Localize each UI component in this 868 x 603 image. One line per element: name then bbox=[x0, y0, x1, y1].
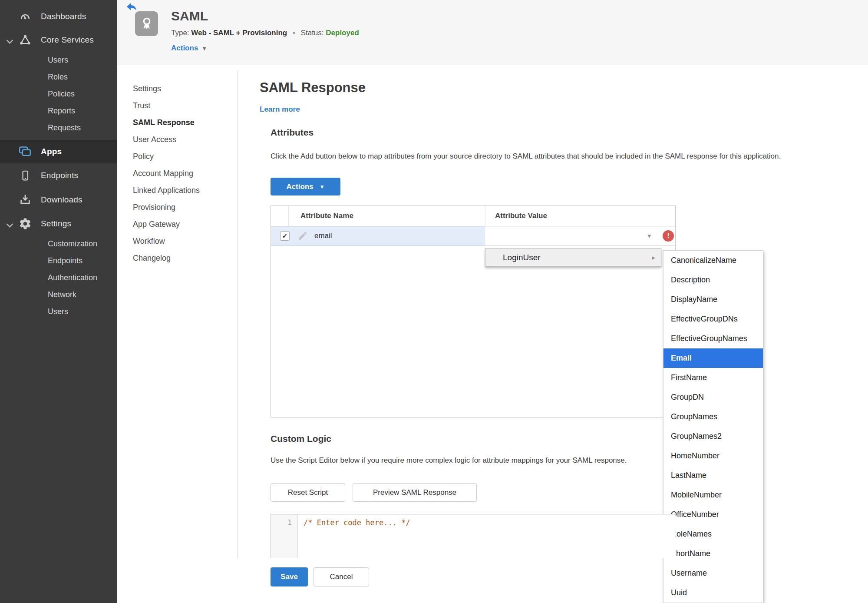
app-root: Dashboards Core Services Users Roles Pol… bbox=[0, 0, 868, 603]
menu-item-firstname[interactable]: FirstName bbox=[663, 368, 763, 388]
preview-saml-response-button[interactable]: Preview SAML Response bbox=[353, 483, 477, 502]
menu-item-effectivegroupdns[interactable]: EffectiveGroupDNs bbox=[663, 309, 763, 329]
sidebar-item-label: Apps bbox=[41, 147, 62, 156]
chevron-down-icon[interactable] bbox=[7, 38, 13, 42]
sidebar-item-users[interactable]: Users bbox=[0, 52, 117, 69]
code-comment: /* Enter code here... */ bbox=[304, 518, 410, 527]
menu-item-rolenames[interactable]: RoleNames bbox=[663, 524, 763, 544]
attribute-value-dropdown[interactable]: ▾ ! bbox=[485, 226, 675, 245]
sidebar-item-settings-endpoints[interactable]: Endpoints bbox=[0, 252, 117, 269]
attribute-name-value: email bbox=[314, 232, 332, 240]
cancel-button[interactable]: Cancel bbox=[314, 567, 369, 586]
sidebar-item-settings-users[interactable]: Users bbox=[0, 303, 117, 320]
sidebar-item-downloads[interactable]: Downloads bbox=[0, 188, 117, 212]
sidebar-item-label: Core Services bbox=[41, 35, 94, 45]
saml-app-badge-icon bbox=[135, 11, 158, 36]
core-services-icon bbox=[18, 33, 32, 47]
preview-saml-response-label: Preview SAML Response bbox=[373, 488, 456, 497]
menu-item-groupnames2[interactable]: GroupNames2 bbox=[663, 427, 763, 446]
select-column-header bbox=[271, 206, 288, 226]
reset-script-button[interactable]: Reset Script bbox=[271, 483, 345, 502]
tab-saml-response[interactable]: SAML Response bbox=[133, 114, 228, 131]
save-button[interactable]: Save bbox=[271, 567, 308, 586]
type-value: Web - SAML + Provisioning bbox=[191, 29, 287, 37]
menu-item-effectivegroupnames[interactable]: EffectiveGroupNames bbox=[663, 329, 763, 348]
dropdown-caret-icon[interactable]: ▾ bbox=[647, 232, 651, 240]
menu-item-canonicalizename[interactable]: CanonicalizeName bbox=[663, 251, 763, 270]
tab-user-access[interactable]: User Access bbox=[133, 131, 228, 148]
app-title: SAML bbox=[171, 9, 208, 23]
editor-code-area[interactable]: /* Enter code here... */ bbox=[298, 514, 676, 558]
sidebar-item-customization[interactable]: Customization bbox=[0, 235, 117, 252]
line-number: 1 bbox=[287, 518, 292, 527]
sidebar-item-apps[interactable]: Apps bbox=[0, 140, 117, 163]
menu-item-description[interactable]: Description bbox=[663, 270, 763, 290]
caret-down-icon: ▼ bbox=[320, 184, 325, 190]
download-icon bbox=[18, 193, 32, 207]
sidebar-item-endpoints[interactable]: Endpoints bbox=[0, 163, 117, 188]
menu-item-email[interactable]: Email bbox=[663, 348, 763, 368]
learn-more-link[interactable]: Learn more bbox=[260, 105, 300, 114]
app-subnav: Settings Trust SAML Response User Access… bbox=[133, 80, 228, 267]
header-actions-menu[interactable]: Actions▼ bbox=[171, 44, 207, 53]
caret-down-icon: ▼ bbox=[201, 45, 207, 52]
sidebar-item-dashboards[interactable]: Dashboards bbox=[0, 5, 117, 28]
attributes-actions-button[interactable]: Actions▼ bbox=[271, 178, 340, 195]
exclamation-glyph: ! bbox=[667, 232, 670, 240]
sidebar-item-policies[interactable]: Policies bbox=[0, 86, 117, 103]
menu-item-lastname[interactable]: LastName bbox=[663, 466, 763, 485]
tab-provisioning[interactable]: Provisioning bbox=[133, 199, 228, 216]
sidebar-item-settings[interactable]: Settings bbox=[0, 212, 117, 235]
editor-line-number-gutter: 1 bbox=[271, 514, 298, 558]
tab-changelog[interactable]: Changelog bbox=[133, 250, 228, 267]
menu-item-mobilenumber[interactable]: MobileNumber bbox=[663, 485, 763, 505]
vertical-divider bbox=[237, 70, 238, 558]
status-label: Status: bbox=[301, 29, 324, 37]
script-editor[interactable]: 1 /* Enter code here... */ bbox=[271, 514, 676, 558]
loginuser-submenu: CanonicalizeName Description DisplayName… bbox=[663, 250, 763, 603]
sidebar-item-core-services[interactable]: Core Services bbox=[0, 28, 117, 52]
save-button-label: Save bbox=[281, 573, 298, 581]
menu-item-groupnames[interactable]: GroupNames bbox=[663, 407, 763, 427]
tab-policy[interactable]: Policy bbox=[133, 148, 228, 165]
back-arrow-icon[interactable] bbox=[126, 3, 137, 11]
sidebar-item-network[interactable]: Network bbox=[0, 286, 117, 303]
attribute-name-cell: ✓ email bbox=[271, 226, 485, 245]
row-checkbox[interactable]: ✓ bbox=[280, 231, 290, 241]
attribute-name-column-header: Attribute Name bbox=[288, 206, 485, 226]
value-menu-loginuser[interactable]: LoginUser ▸ bbox=[485, 248, 661, 267]
status-badge: Deployed bbox=[326, 29, 359, 37]
tab-trust[interactable]: Trust bbox=[133, 97, 228, 114]
sidebar-item-reports[interactable]: Reports bbox=[0, 103, 117, 119]
error-icon: ! bbox=[663, 230, 674, 242]
sidebar-item-label: Dashboards bbox=[41, 12, 86, 21]
sidebar-item-requests[interactable]: Requests bbox=[0, 119, 117, 136]
sidebar-item-label: Endpoints bbox=[41, 171, 78, 180]
endpoints-device-icon bbox=[18, 169, 32, 182]
primary-sidebar: Dashboards Core Services Users Roles Pol… bbox=[0, 0, 117, 603]
chevron-down-icon[interactable] bbox=[7, 222, 13, 226]
dashboard-gauge-icon bbox=[18, 10, 32, 23]
tab-app-gateway[interactable]: App Gateway bbox=[133, 216, 228, 233]
loginuser-menu-label: LoginUser bbox=[503, 253, 541, 262]
page-title: SAML Response bbox=[260, 80, 366, 96]
menu-item-homenumber[interactable]: HomeNumber bbox=[663, 446, 763, 466]
menu-item-uuid[interactable]: Uuid bbox=[663, 583, 763, 603]
sidebar-spacer bbox=[0, 136, 117, 140]
attributes-description: Click the Add button below to map attrib… bbox=[271, 152, 839, 161]
tab-settings[interactable]: Settings bbox=[133, 80, 228, 97]
submenu-arrow-icon: ▸ bbox=[652, 254, 655, 262]
edit-pencil-icon[interactable] bbox=[297, 231, 308, 241]
actions-button-label: Actions bbox=[286, 182, 313, 191]
tab-account-mapping[interactable]: Account Mapping bbox=[133, 165, 228, 182]
tab-linked-applications[interactable]: Linked Applications bbox=[133, 182, 228, 199]
menu-item-groupdn[interactable]: GroupDN bbox=[663, 388, 763, 407]
sidebar-item-roles[interactable]: Roles bbox=[0, 69, 117, 86]
check-icon: ✓ bbox=[282, 232, 288, 240]
sidebar-item-authentication[interactable]: Authentication bbox=[0, 269, 117, 286]
menu-item-officenumber[interactable]: OfficeNumber bbox=[663, 505, 763, 524]
menu-item-username[interactable]: Username bbox=[663, 563, 763, 583]
menu-item-displayname[interactable]: DisplayName bbox=[663, 290, 763, 309]
tab-workflow[interactable]: Workflow bbox=[133, 233, 228, 250]
menu-item-shortname[interactable]: ShortName bbox=[663, 544, 763, 563]
